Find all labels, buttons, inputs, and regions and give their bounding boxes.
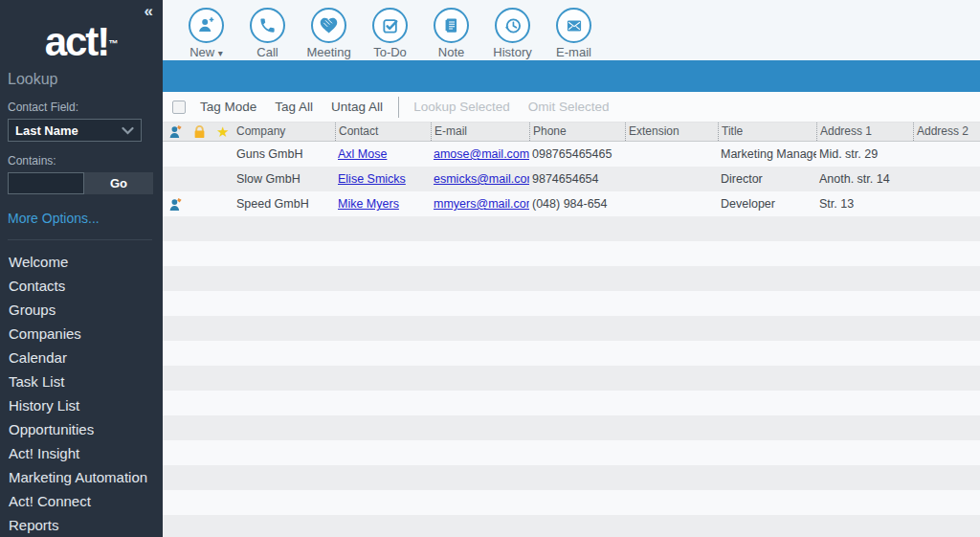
- sidebar-item-contacts[interactable]: Contacts: [0, 274, 163, 298]
- column-header-address1[interactable]: Address 1: [816, 123, 913, 141]
- note-icon: [434, 8, 469, 43]
- contains-input[interactable]: [8, 172, 84, 194]
- table-rows: Guns GmbH Axl Mose amose@mail.com 098765…: [163, 142, 980, 537]
- contact-link[interactable]: Axl Mose: [338, 147, 387, 161]
- column-header-address2[interactable]: Address 2: [913, 123, 980, 141]
- column-header-contact[interactable]: Contact: [335, 123, 431, 141]
- table-row[interactable]: Guns GmbH Axl Mose amose@mail.com 098765…: [163, 142, 980, 167]
- more-options-link[interactable]: More Options...: [8, 211, 163, 226]
- contact-link[interactable]: Mike Myers: [338, 197, 399, 211]
- tag-all-button[interactable]: Tag All: [275, 100, 313, 114]
- tag-mode-label[interactable]: Tag Mode: [200, 100, 256, 114]
- chevron-down-icon: [122, 126, 134, 135]
- contact-field-value: Last Name: [15, 123, 78, 138]
- sidebar-item-welcome[interactable]: Welcome: [0, 250, 163, 274]
- lookup-selected-button: Lookup Selected: [413, 100, 510, 114]
- history-clock-icon: [495, 8, 530, 43]
- new-button[interactable]: New ▾: [184, 8, 229, 59]
- cell-title: Developer: [718, 191, 816, 216]
- tag-toolbar: Tag Mode Tag All Untag All Lookup Select…: [163, 92, 980, 123]
- sidebar-item-opportunities[interactable]: Opportunities: [0, 417, 163, 441]
- cell-title: Marketing Manager: [718, 142, 816, 167]
- cell-address1: Str. 13: [816, 191, 913, 216]
- column-header-email[interactable]: E-mail: [431, 123, 529, 141]
- table-row[interactable]: Speed GmbH Mike Myers mmyers@mail.com (0…: [163, 191, 980, 216]
- todo-button[interactable]: To-Do: [368, 8, 412, 59]
- empty-row: [163, 465, 980, 490]
- lookup-banner: [163, 60, 980, 92]
- sidebar: « act!™ Lookup Contact Field: Last Name …: [0, 0, 163, 537]
- column-header-extension[interactable]: Extension: [625, 123, 718, 141]
- lock-icon[interactable]: [186, 123, 210, 141]
- cell-phone: 9874654654: [529, 167, 625, 191]
- star-icon[interactable]: ★: [210, 123, 234, 141]
- cell-address2: [913, 167, 980, 191]
- note-button[interactable]: Note: [429, 8, 474, 59]
- sidebar-item-history-list[interactable]: History List: [0, 393, 163, 417]
- cell-address2: [913, 191, 980, 216]
- empty-row: [163, 266, 980, 291]
- contact-edit-icon[interactable]: [163, 123, 186, 141]
- contact-link[interactable]: Elise Smicks: [338, 172, 406, 186]
- act-logo-text: act!: [45, 19, 109, 64]
- cell-title: Director: [718, 167, 816, 191]
- cell-extension: [625, 191, 718, 216]
- cell-contact: Mike Myers: [335, 191, 431, 216]
- sidebar-item-reports[interactable]: Reports: [0, 513, 163, 537]
- call-button[interactable]: Call: [245, 8, 290, 59]
- table-header: ★ Company Contact E-mail Phone Extension…: [163, 123, 980, 142]
- cell-address2: [913, 142, 980, 167]
- column-header-phone[interactable]: Phone: [529, 123, 625, 141]
- cell-extension: [625, 167, 718, 191]
- collapse-sidebar-icon[interactable]: «: [145, 2, 153, 21]
- cell-contact: Axl Mose: [335, 142, 431, 167]
- empty-row: [163, 216, 980, 241]
- contains-label: Contains:: [8, 154, 163, 168]
- cell-email: amose@mail.com: [431, 142, 529, 167]
- phone-icon: [250, 8, 285, 43]
- empty-row: [163, 515, 980, 537]
- contact-field-select[interactable]: Last Name: [8, 119, 142, 142]
- contact-field-label: Contact Field:: [8, 101, 163, 114]
- sidebar-item-task-list[interactable]: Task List: [0, 369, 163, 393]
- sidebar-item-act-connect[interactable]: Act! Connect: [0, 489, 163, 513]
- cell-company: Guns GmbH: [234, 142, 335, 167]
- sidebar-item-calendar[interactable]: Calendar: [0, 346, 163, 369]
- go-button[interactable]: Go: [84, 172, 153, 194]
- act-crm-window: « act!™ Lookup Contact Field: Last Name …: [0, 0, 980, 537]
- email-icon: [556, 8, 591, 43]
- untag-all-button[interactable]: Untag All: [331, 100, 383, 114]
- history-button-label: History: [493, 45, 531, 59]
- meeting-button-label: Meeting: [306, 45, 350, 59]
- sidebar-item-marketing-automation[interactable]: Marketing Automation: [0, 465, 163, 489]
- cell-phone: (048) 984-654: [529, 191, 625, 216]
- sidebar-nav: Welcome Contacts Groups Companies Calend…: [0, 250, 163, 537]
- history-button[interactable]: History: [490, 8, 535, 59]
- cell-company: Slow GmbH: [234, 167, 335, 191]
- sidebar-item-act-insight[interactable]: Act! Insight: [0, 441, 163, 465]
- cell-email: esmicks@mail.com: [431, 167, 529, 191]
- email-button[interactable]: E-mail: [551, 8, 596, 59]
- empty-row: [163, 415, 980, 440]
- meeting-button[interactable]: Meeting: [306, 8, 351, 59]
- person-add-icon: [189, 8, 224, 43]
- tag-mode-checkbox[interactable]: [172, 101, 186, 114]
- email-link[interactable]: mmyers@mail.com: [434, 197, 529, 211]
- empty-row: [163, 341, 980, 366]
- cell-extension: [625, 142, 718, 167]
- table-row[interactable]: Slow GmbH Elise Smicks esmicks@mail.com …: [163, 167, 980, 191]
- email-link[interactable]: esmicks@mail.com: [434, 172, 529, 186]
- cell-phone: 098765465465: [529, 142, 625, 167]
- column-header-company[interactable]: Company: [234, 123, 335, 141]
- sidebar-item-companies[interactable]: Companies: [0, 322, 163, 346]
- empty-row: [163, 391, 980, 415]
- empty-row: [163, 490, 980, 515]
- sidebar-item-groups[interactable]: Groups: [0, 298, 163, 322]
- toolbar: New ▾ Call Meeting: [163, 0, 980, 60]
- email-link[interactable]: amose@mail.com: [434, 147, 529, 161]
- tagbar-divider: [398, 97, 399, 118]
- empty-row: [163, 366, 980, 391]
- omit-selected-button: Omit Selected: [528, 100, 610, 114]
- todo-check-icon: [372, 8, 408, 43]
- column-header-title[interactable]: Title: [718, 123, 816, 141]
